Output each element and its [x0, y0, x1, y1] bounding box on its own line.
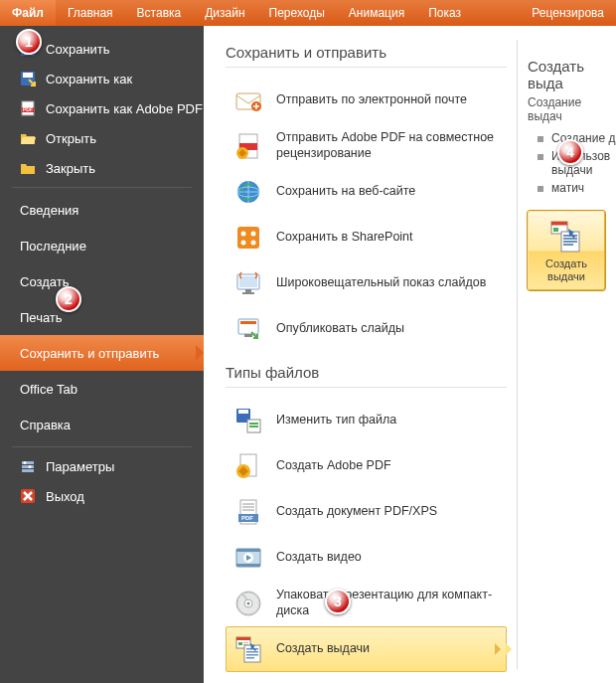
label: Создать Adobe PDF: [276, 458, 391, 474]
pdf-xps-icon: PDF: [232, 496, 264, 528]
item-sharepoint[interactable]: Сохранить в SharePoint: [226, 215, 507, 260]
item-pdf-review[interactable]: Отправить Adobe PDF на совместное реценз…: [226, 123, 507, 169]
tab-review[interactable]: Рецензирова: [520, 0, 616, 26]
mail-icon: [232, 85, 264, 116]
svg-rect-72: [563, 244, 573, 246]
label: Сохранить и отправить: [20, 346, 159, 361]
tab-slideshow[interactable]: Показ слайдов: [416, 0, 520, 26]
svg-rect-64: [246, 657, 254, 659]
change-type-icon: [232, 405, 264, 436]
tab-design[interactable]: Дизайн: [193, 0, 256, 26]
sharepoint-icon: [232, 222, 264, 254]
ribbon: Файл Главная Вставка Дизайн Переходы Ани…: [0, 0, 616, 26]
item-pdf-xps[interactable]: PDF Создать документ PDF/XPS: [226, 489, 507, 535]
svg-rect-62: [246, 651, 258, 653]
options-icon: [20, 458, 36, 474]
svg-rect-63: [246, 654, 258, 656]
svg-rect-56: [236, 637, 250, 640]
publish-icon: [232, 313, 264, 345]
label: Изменить тип файла: [276, 413, 396, 428]
web-icon: [232, 176, 264, 208]
svg-rect-71: [563, 241, 577, 243]
label: Опубликовать слайды: [276, 321, 404, 337]
svg-rect-49: [236, 564, 260, 567]
svg-rect-57: [238, 642, 242, 645]
item-cd[interactable]: Упаковать презентацию для компакт-диска: [226, 581, 507, 626]
svg-text:PDF: PDF: [241, 515, 253, 521]
item-handout[interactable]: Создать выдачи: [226, 626, 507, 672]
sidebar-close[interactable]: Закрыть: [0, 153, 204, 183]
svg-point-24: [241, 241, 246, 246]
sidebar-recent[interactable]: Последние: [0, 228, 204, 263]
svg-rect-44: [242, 509, 254, 511]
label: Открыть: [46, 131, 96, 146]
sidebar-options[interactable]: Параметры: [0, 451, 204, 481]
sidebar-info[interactable]: Сведения: [0, 192, 204, 228]
item-web[interactable]: Сохранить на веб-сайте: [226, 169, 507, 215]
svg-rect-29: [242, 292, 254, 294]
svg-rect-32: [240, 321, 256, 324]
sidebar-exit[interactable]: Выход: [0, 481, 204, 511]
create-handout-button[interactable]: Создать выдачи: [528, 211, 605, 290]
label: Широковещательный показ слайдов: [276, 275, 486, 291]
label: Упаковать презентацию для компакт-диска: [276, 588, 500, 618]
tab-insert[interactable]: Вставка: [125, 0, 194, 26]
label: Сведения: [20, 203, 78, 218]
svg-rect-70: [563, 238, 577, 240]
svg-rect-61: [246, 648, 258, 650]
bullet: Использов выдачи: [551, 149, 616, 177]
label: Сохранить: [46, 42, 110, 57]
sidebar-save-send[interactable]: Сохранить и отправить: [0, 335, 204, 371]
pdf-review-icon: [232, 130, 264, 162]
label: Создать: [20, 274, 69, 289]
svg-point-11: [24, 461, 27, 464]
item-broadcast[interactable]: Широковещательный показ слайдов: [226, 260, 507, 306]
item-create-pdf[interactable]: Создать Adobe PDF: [226, 443, 507, 489]
section-file-types-title: Типы файлов: [226, 364, 507, 388]
svg-point-12: [29, 465, 32, 468]
svg-rect-35: [238, 410, 248, 414]
open-icon: [20, 130, 36, 146]
handout-icon: [232, 633, 264, 665]
sidebar-save-pdf[interactable]: PDF Сохранить как Adobe PDF: [0, 93, 204, 123]
label: Сохранить как Adobe PDF: [46, 101, 203, 116]
label: Создать выдачи: [276, 641, 370, 657]
label: Сохранить в SharePoint: [276, 230, 413, 246]
sidebar-office-tab[interactable]: Office Tab: [0, 371, 204, 407]
label: Office Tab: [20, 382, 77, 397]
sidebar-print[interactable]: Печать: [0, 299, 204, 335]
label: Справка: [20, 418, 71, 432]
save-as-icon: [20, 71, 36, 86]
sidebar-save[interactable]: Сохранить: [0, 34, 204, 64]
svg-point-54: [247, 602, 250, 605]
svg-rect-58: [243, 642, 248, 643]
label: Сохранить как: [46, 72, 132, 86]
label: Создать документ PDF/XPS: [276, 504, 437, 520]
button-label: Создать выдачи: [533, 257, 600, 283]
label: Отправить по электронной почте: [276, 92, 467, 108]
exit-icon: [20, 488, 36, 504]
svg-rect-37: [249, 423, 258, 425]
tab-home[interactable]: Главная: [56, 0, 125, 26]
svg-text:PDF: PDF: [23, 106, 33, 112]
item-video[interactable]: Создать видео: [226, 535, 507, 581]
tab-animation[interactable]: Анимация: [337, 0, 416, 26]
sidebar-save-as[interactable]: Сохранить как: [0, 64, 204, 93]
svg-point-22: [241, 232, 246, 237]
tab-transitions[interactable]: Переходы: [257, 0, 337, 26]
bullet: матич: [551, 181, 584, 195]
svg-rect-33: [244, 334, 252, 337]
close-folder-icon: [20, 160, 36, 176]
item-change-type[interactable]: Изменить тип файла: [226, 398, 507, 443]
item-email[interactable]: Отправить по электронной почте: [226, 78, 507, 123]
broadcast-icon: [232, 267, 264, 299]
item-publish[interactable]: Опубликовать слайды: [226, 306, 507, 352]
sidebar-open[interactable]: Открыть: [0, 123, 204, 153]
label: Закрыть: [46, 161, 95, 176]
svg-rect-4: [23, 73, 33, 78]
svg-rect-43: [242, 506, 254, 508]
sidebar-new[interactable]: Создать: [0, 263, 204, 299]
label: Печать: [20, 310, 63, 325]
tab-file[interactable]: Файл: [0, 0, 56, 26]
sidebar-help[interactable]: Справка: [0, 407, 204, 442]
